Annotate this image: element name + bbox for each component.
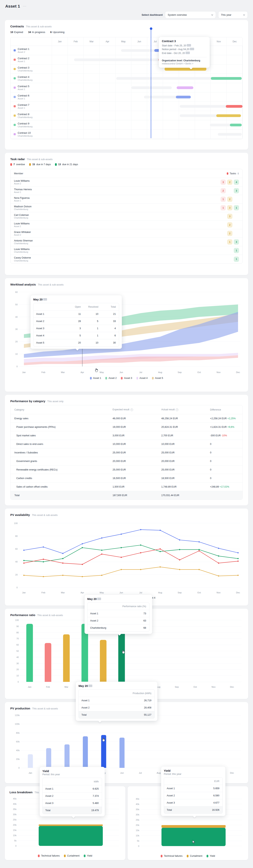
gantt-row-track xyxy=(52,120,243,129)
tooltip-table-header: Performance ratio (%) xyxy=(87,603,149,610)
contract-dot-icon xyxy=(13,133,16,135)
category-cell: Sales of carbon offset credits xyxy=(10,486,113,488)
badge-empty xyxy=(234,197,239,202)
contract-tooltip: Contract 3Start date - Feb 25, 20Notice … xyxy=(159,37,210,68)
svg-text:60k: 60k xyxy=(16,741,20,743)
svg-text:Feb: Feb xyxy=(41,371,45,373)
contract-asset: Charlottenburg xyxy=(18,116,32,118)
task-badge-red: 1 xyxy=(221,197,226,202)
difference-cell: +2,258.24 EUR +2,25% xyxy=(210,417,243,420)
gantt-bar[interactable] xyxy=(226,105,243,108)
pv-availability-chart[interactable]: 020406080100JanFebMarAprMayJunJulAugSepO… xyxy=(10,518,243,596)
tooltip-table-header: OpenResolvedTotal xyxy=(33,303,119,310)
tooltip-row-value: 30 xyxy=(102,341,119,344)
member-info: Madison DotsonCharlottenburg xyxy=(14,205,31,211)
member-info: Antonio ShermanCharlottenburg xyxy=(14,239,33,245)
svg-text:70: 70 xyxy=(16,638,19,640)
tooltip-total-row: Total55,127 xyxy=(79,711,154,718)
contracts-stats: 10Expired34In progress6Upcoming xyxy=(10,31,243,34)
svg-text:Mar: Mar xyxy=(61,371,65,373)
member-asset: Asset 2 xyxy=(14,234,31,236)
legend-dot-icon xyxy=(38,855,40,857)
tooltip-row-value: 11 xyxy=(66,313,84,315)
chart-tooltip: May 20Production (kWh)Asset 126,719Asset… xyxy=(76,682,158,721)
svg-text:20: 20 xyxy=(15,574,18,576)
tooltip-table: Performance ratio (%)Asset 173Asset 263C… xyxy=(87,602,149,631)
svg-text:15k: 15k xyxy=(136,829,139,832)
svg-text:Jan: Jan xyxy=(29,772,32,774)
category-cell: Renewable energy certificates (RECs) xyxy=(10,468,113,471)
expected-cell: 1,500 EUR xyxy=(113,486,161,488)
legend-value: 7 xyxy=(13,163,15,166)
svg-text:5k: 5k xyxy=(137,840,139,842)
task-badge-yellow: 2 xyxy=(227,197,232,202)
svg-text:Jul: Jul xyxy=(139,591,142,594)
tooltip-row-label: Asset 1 xyxy=(43,787,64,790)
tooltip-total-row: Total16.926 xyxy=(164,806,223,813)
legend-item: Technical failures xyxy=(38,855,60,857)
contracts-panel: Contracts This asset & sub-assets 10Expi… xyxy=(5,20,248,150)
stat-value: 10 xyxy=(10,31,13,34)
redacted-year xyxy=(187,44,191,46)
svg-text:40k: 40k xyxy=(13,803,17,805)
svg-text:Nov: Nov xyxy=(217,371,221,373)
legend-item: Asset 2 xyxy=(105,377,117,379)
gantt-bar[interactable] xyxy=(165,67,206,71)
task-row: Thomas HerreraAsset 123 xyxy=(10,187,243,195)
task-badge-red: 3 xyxy=(221,180,226,185)
header-category: Category xyxy=(10,408,113,411)
redacted-year xyxy=(88,685,92,687)
legend-item: 7 overdue xyxy=(10,163,25,166)
table-row: Energy sales46,000 EUR48,258.24 EUR+2,25… xyxy=(10,414,243,423)
actual-cell: 1,748.89 EUR xyxy=(161,486,210,488)
tooltip-table-header: kWh xyxy=(43,778,102,785)
legend-item: Yield xyxy=(206,855,215,857)
svg-text:Dec: Dec xyxy=(230,686,234,688)
more-options-icon[interactable]: ··· xyxy=(23,4,26,8)
actual-cell: 10,000 EUR xyxy=(161,443,210,445)
svg-text:5k: 5k xyxy=(14,839,17,842)
svg-text:30: 30 xyxy=(15,328,18,330)
period-select[interactable]: This year xyxy=(218,11,248,19)
tooltip-row-value: 5 xyxy=(66,334,84,337)
svg-text:Mar: Mar xyxy=(64,686,68,688)
gantt-bar[interactable] xyxy=(211,77,242,80)
contract-label: Contract 7Asset 1 xyxy=(10,102,52,111)
info-icon[interactable]: ? xyxy=(131,408,133,411)
gantt-track xyxy=(131,86,172,89)
member-info: Thomas HerreraAsset 1 xyxy=(14,188,32,193)
tooltip-row-value: 28 xyxy=(66,320,84,322)
panel-title: Performance by category xyxy=(10,399,45,403)
gantt-bar[interactable] xyxy=(216,114,241,117)
tasks-sort-control[interactable]: Tasks xyxy=(227,172,239,175)
gantt-bar[interactable] xyxy=(177,86,193,89)
svg-text:May: May xyxy=(100,371,104,373)
contract-asset: Charlottenburg xyxy=(18,79,32,81)
info-icon[interactable]: ? xyxy=(176,408,178,411)
tooltip-col-header: kWh xyxy=(64,780,102,783)
contract-label: Contract 1Asset 2 xyxy=(10,46,52,55)
loss-breakdown-panel-eur: 05k10k15k20k25k30k35k40k45k Technical fa… xyxy=(128,786,248,860)
svg-text:100k: 100k xyxy=(15,723,20,725)
gantt-bar[interactable] xyxy=(230,124,242,126)
stat-value: 6 xyxy=(50,31,52,34)
difference-cell: +248,89 +17,02% xyxy=(210,486,243,488)
tooltip-row-value: 6 xyxy=(102,334,119,337)
svg-text:20k: 20k xyxy=(16,758,20,760)
dashboard-select[interactable]: System overview xyxy=(165,11,216,19)
member-info: Louie WilliamsAsset 2 xyxy=(14,180,30,185)
gantt-bar[interactable] xyxy=(176,96,191,98)
redacted-year xyxy=(43,298,47,301)
panel-scope: This asset only xyxy=(47,400,63,403)
legend-item: Technical failures xyxy=(161,855,182,857)
table-row: Total167,500 EUR170,031.44 EUR xyxy=(10,491,243,500)
expected-cell: 10,000 EUR xyxy=(113,443,161,445)
table-row: Carbon credits16,500 EUR16,500 EUR0 xyxy=(10,474,243,483)
task-badge-red: 2 xyxy=(221,188,226,193)
difference-cell: 0 xyxy=(210,443,243,445)
contract-label: Contract 9Charlottenburg xyxy=(10,120,52,129)
task-badges: 2 xyxy=(221,231,239,236)
panel-scope: This asset & sub-assets xyxy=(37,614,63,617)
tooltip-total-label: Total xyxy=(164,809,185,811)
tooltip-date-line: Start date - Feb 25, 20 xyxy=(162,44,206,48)
